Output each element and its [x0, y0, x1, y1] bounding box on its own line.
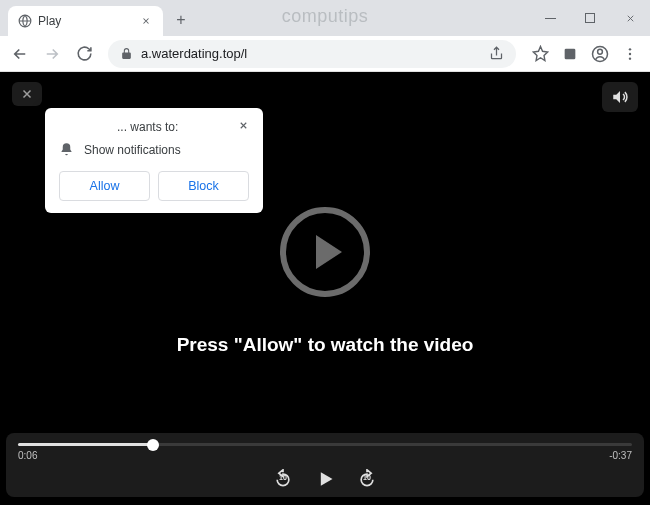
block-button[interactable]: Block	[158, 171, 249, 201]
address-bar[interactable]: a.waterdating.top/l	[108, 40, 516, 68]
player-controls-bar: 0:06 -0:37 10 10	[6, 433, 644, 497]
share-icon[interactable]	[489, 46, 504, 61]
page-close-button[interactable]	[12, 82, 42, 106]
menu-icon[interactable]	[616, 40, 644, 68]
notification-permission-dialog: ... wants to: Show notifications Allow B…	[45, 108, 263, 213]
permission-text: Show notifications	[84, 143, 181, 157]
svg-rect-1	[586, 14, 595, 23]
progress-slider[interactable]	[18, 443, 632, 446]
lock-icon	[120, 47, 133, 60]
bookmark-icon[interactable]	[526, 40, 554, 68]
tab-close-icon[interactable]	[139, 14, 153, 28]
svg-rect-2	[565, 48, 576, 59]
progress-fill	[18, 443, 153, 446]
back-button[interactable]	[6, 40, 34, 68]
svg-point-5	[629, 48, 631, 50]
tab-title: Play	[38, 14, 133, 28]
window-controls	[530, 0, 650, 36]
big-play-button[interactable]	[280, 207, 370, 297]
page-content: Press "Allow" to watch the video 0:06 -0…	[0, 72, 650, 505]
permission-title: ... wants to:	[117, 120, 178, 134]
svg-point-7	[629, 57, 631, 59]
allow-button[interactable]: Allow	[59, 171, 150, 201]
elapsed-time: 0:06	[18, 450, 44, 461]
play-button[interactable]	[315, 469, 335, 489]
profile-icon[interactable]	[586, 40, 614, 68]
bell-icon	[59, 142, 74, 157]
rewind-button[interactable]: 10	[273, 469, 293, 489]
globe-icon	[18, 14, 32, 28]
url-text: a.waterdating.top/l	[141, 46, 481, 61]
browser-toolbar: a.waterdating.top/l	[0, 36, 650, 72]
extensions-icon[interactable]	[556, 40, 584, 68]
forward-skip-button[interactable]: 10	[357, 469, 377, 489]
watermark-text: computips	[282, 6, 369, 27]
svg-point-6	[629, 52, 631, 54]
play-icon	[316, 235, 342, 269]
maximize-button[interactable]	[570, 0, 610, 36]
instruction-text: Press "Allow" to watch the video	[0, 334, 650, 356]
reload-button[interactable]	[70, 40, 98, 68]
minimize-button[interactable]	[530, 0, 570, 36]
permission-close-icon[interactable]	[238, 120, 249, 134]
progress-thumb[interactable]	[147, 439, 159, 451]
volume-button[interactable]	[602, 82, 638, 112]
window-titlebar: Play + computips	[0, 0, 650, 36]
svg-point-4	[598, 49, 603, 54]
browser-tab[interactable]: Play	[8, 6, 163, 36]
remaining-time: -0:37	[606, 450, 632, 461]
new-tab-button[interactable]: +	[167, 6, 195, 34]
forward-button[interactable]	[38, 40, 66, 68]
window-close-button[interactable]	[610, 0, 650, 36]
